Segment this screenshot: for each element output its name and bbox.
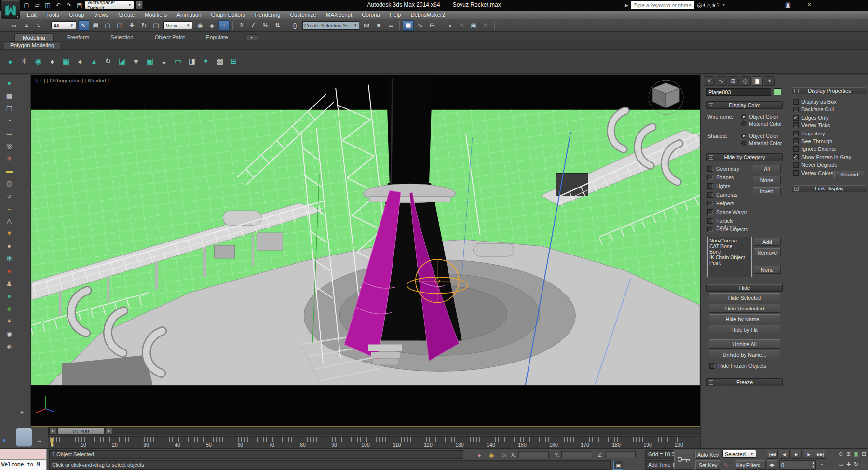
- select-and-scale-icon[interactable]: ◲: [150, 20, 162, 31]
- subscription-key-icon[interactable]: ✦: [702, 2, 706, 9]
- panel-button[interactable]: Unhide All: [709, 339, 780, 349]
- half-panel-icon[interactable]: ◨: [187, 54, 197, 68]
- slab-tool-icon[interactable]: ▭: [173, 54, 183, 68]
- cone-tool-icon[interactable]: △: [4, 215, 14, 226]
- schematic-view-icon[interactable]: ⊟: [427, 20, 438, 31]
- plus-grid-icon[interactable]: ⊞: [229, 54, 239, 68]
- panel-button[interactable]: Unhide by Name...: [709, 350, 780, 359]
- ring-tool-icon[interactable]: ◎: [4, 140, 14, 151]
- absolute-offset-mode-icon[interactable]: ◇: [500, 452, 508, 458]
- x-coordinate-field[interactable]: [518, 451, 549, 458]
- set-key-button[interactable]: Set Key: [695, 460, 720, 470]
- render-setup-icon[interactable]: ♨: [456, 20, 467, 31]
- mini-curve-editor-button[interactable]: [16, 428, 32, 447]
- checkbox[interactable]: [707, 218, 713, 224]
- previous-frame-arrow[interactable]: <: [49, 428, 56, 435]
- key-filter-selection-dropdown[interactable]: Selected▼: [722, 450, 756, 458]
- swirl-tool-icon[interactable]: ◉: [4, 328, 14, 339]
- menu-item[interactable]: MAXScript: [321, 12, 357, 18]
- snap-toggle-3d-icon[interactable]: 3: [236, 20, 247, 31]
- time-slider-thumb[interactable]: 0 / 200: [57, 428, 104, 435]
- previous-frame-icon[interactable]: ◀|: [779, 450, 790, 459]
- list-item[interactable]: Point: [709, 260, 750, 266]
- list-remove-button[interactable]: Remove: [754, 248, 781, 256]
- align-icon[interactable]: ≡: [373, 20, 384, 31]
- list-add-button[interactable]: Add: [754, 238, 781, 246]
- collapse-tool-icon[interactable]: ▼: [131, 54, 141, 68]
- checkbox[interactable]: [707, 227, 713, 232]
- select-by-name-icon[interactable]: ▤: [90, 20, 101, 31]
- undo-icon[interactable]: ↶: [54, 1, 63, 9]
- checkbox[interactable]: [793, 154, 799, 160]
- menu-item[interactable]: Rendering: [250, 12, 285, 18]
- panel-button[interactable]: Hide by Name...: [709, 314, 780, 323]
- maximize-viewport-icon[interactable]: ◱: [860, 460, 868, 468]
- next-frame-arrow[interactable]: >: [105, 428, 112, 435]
- orbit-icon[interactable]: ↻: [853, 460, 860, 468]
- curve-editor-icon[interactable]: ∿: [415, 20, 426, 31]
- viewport-label[interactable]: [ + ] [ Orthographic ] [ Shaded ]: [36, 78, 109, 83]
- select-object-icon[interactable]: ↖: [78, 20, 89, 31]
- red-dot-tool-icon[interactable]: ●: [4, 266, 14, 276]
- go-to-start-icon[interactable]: |◀◀: [767, 450, 778, 459]
- tab-hierarchy-icon[interactable]: ⊞: [728, 76, 739, 86]
- panel-button[interactable]: Hide by Hit: [709, 325, 780, 334]
- object-name-field[interactable]: Plane003: [706, 88, 771, 96]
- soft-selection-icon[interactable]: ◉: [33, 54, 43, 68]
- tab-utilities-icon[interactable]: ✦: [764, 76, 775, 86]
- menu-item[interactable]: Help: [385, 12, 406, 18]
- search-input[interactable]: [631, 1, 694, 9]
- unlink-selection-icon[interactable]: ≠: [21, 20, 32, 31]
- ribbon-collapse-button[interactable]: ▼: [245, 34, 258, 40]
- current-frame-field[interactable]: [779, 460, 810, 470]
- panel-tool-icon[interactable]: ▣: [145, 54, 155, 68]
- object-color-swatch[interactable]: [774, 88, 781, 95]
- use-pivot-center-icon[interactable]: ◉: [194, 20, 205, 31]
- mirror-icon[interactable]: ⋈: [361, 20, 372, 31]
- rectangular-selection-region-icon[interactable]: ▢: [102, 20, 113, 31]
- help-icon[interactable]: ?: [716, 2, 719, 9]
- menu-item[interactable]: Animation: [172, 12, 206, 18]
- list-item[interactable]: Bone: [709, 249, 750, 255]
- snowflake-tool-icon[interactable]: ✻: [4, 253, 14, 264]
- graphite-ribbon-toggle-icon[interactable]: ▦: [403, 20, 414, 31]
- menu-item[interactable]: Graph Editors: [206, 12, 250, 18]
- hemisphere-tool-icon[interactable]: ◒: [159, 54, 169, 68]
- tab-modify-icon[interactable]: ∿: [716, 76, 727, 86]
- help-dropdown-icon[interactable]: ▼: [722, 3, 725, 7]
- new-scene-icon[interactable]: ▢: [22, 1, 31, 9]
- figure-tool-icon[interactable]: ♟: [4, 278, 14, 289]
- white-circle-tool-icon[interactable]: ○: [4, 190, 14, 201]
- vertex-colors-shaded-button[interactable]: Shaded: [834, 171, 864, 178]
- checkbox[interactable]: [793, 107, 799, 112]
- redo-icon[interactable]: ↷: [65, 1, 73, 9]
- hide-none-button[interactable]: None: [753, 176, 781, 184]
- hide-frozen-checkbox[interactable]: [709, 363, 715, 369]
- close-button[interactable]: ×: [802, 0, 816, 10]
- play-icon[interactable]: ▶: [791, 450, 802, 459]
- named-selection-sets-dropdown[interactable]: Create Selection Se▼: [302, 21, 359, 30]
- angle-snap-icon[interactable]: ∠: [248, 20, 259, 31]
- menu-item[interactable]: Group: [64, 12, 89, 18]
- track-bar[interactable]: 0102030405060708090100110120130140150160…: [48, 436, 700, 448]
- reference-coordinate-dropdown[interactable]: View▼: [163, 21, 192, 29]
- layer-manager-icon[interactable]: ≣: [385, 20, 396, 31]
- workspace-dropdown[interactable]: Workspace: Default ▼: [85, 1, 134, 9]
- checkbox[interactable]: [793, 138, 799, 144]
- toggle-set-key-mode-button[interactable]: [674, 450, 693, 470]
- shaded-object-color-radio[interactable]: [741, 134, 746, 138]
- star-tool-icon[interactable]: ✦: [201, 54, 211, 68]
- teal-sphere-tool-icon[interactable]: ●: [4, 78, 14, 88]
- save-file-icon[interactable]: ◫: [43, 1, 52, 9]
- menu-item[interactable]: Edit: [22, 12, 41, 18]
- selection-filter-dropdown[interactable]: All▼: [51, 21, 76, 29]
- hide-invert-button[interactable]: Invert: [753, 187, 781, 195]
- checkbox[interactable]: [793, 170, 799, 176]
- project-folder-icon[interactable]: ▤: [75, 1, 84, 9]
- favorites-star-icon[interactable]: ★: [711, 2, 717, 9]
- application-menu-button[interactable]: ▼: [1, 0, 20, 19]
- wireframe-object-color-radio[interactable]: [741, 114, 746, 119]
- expand-icon[interactable]: +: [709, 380, 713, 385]
- select-and-manipulate-icon[interactable]: ◈: [206, 20, 217, 31]
- region-zoom-icon[interactable]: ▭: [837, 460, 844, 468]
